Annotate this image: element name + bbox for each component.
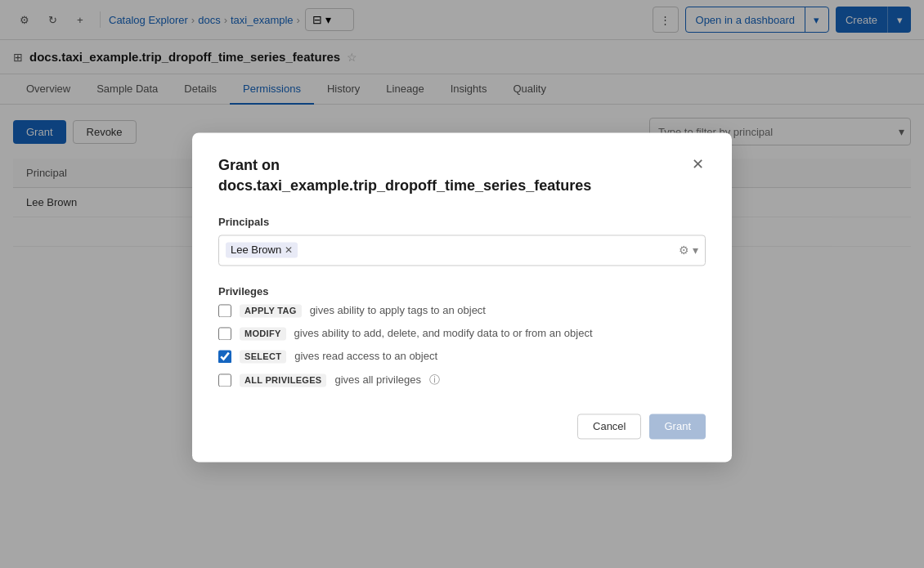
principal-settings-icon[interactable]: ⚙ [679, 244, 689, 257]
modal-close-btn[interactable]: ✕ [690, 155, 706, 173]
modal-footer: Cancel Grant [218, 414, 706, 439]
principal-chevron-icon[interactable]: ▾ [693, 244, 698, 257]
all-privileges-checkbox[interactable] [218, 373, 231, 387]
privileges-section: Privileges APPLY TAG gives ability to ap… [218, 285, 706, 387]
modal-title: Grant on docs.taxi_example.trip_dropoff_… [218, 155, 591, 196]
principal-selector-actions: ⚙ ▾ [679, 244, 698, 257]
select-desc: gives read access to an object [294, 351, 437, 363]
privilege-row-modify: MODIFY gives ability to add, delete, and… [218, 327, 706, 340]
all-privileges-desc: gives all privileges [334, 374, 421, 387]
all-privileges-info-icon[interactable]: ⓘ [429, 373, 440, 387]
apply-tag-desc: gives ability to apply tags to an object [310, 305, 486, 317]
principals-section: Principals Lee Brown ✕ ⚙ ▾ [218, 216, 706, 266]
cancel-btn[interactable]: Cancel [577, 414, 641, 439]
principal-tag-remove-btn[interactable]: ✕ [285, 244, 293, 256]
apply-tag-checkbox[interactable] [218, 304, 231, 317]
privilege-row-all-privileges: ALL PRIVILEGES gives all privileges ⓘ [218, 373, 706, 387]
select-checkbox[interactable] [218, 350, 231, 363]
principal-tag: Lee Brown ✕ [226, 243, 298, 258]
select-badge: SELECT [240, 350, 286, 363]
modal-grant-btn[interactable]: Grant [649, 414, 706, 439]
principal-tag-name: Lee Brown [231, 244, 281, 257]
modify-checkbox[interactable] [218, 327, 231, 340]
modify-desc: gives ability to add, delete, and modify… [294, 328, 593, 340]
privileges-label: Privileges [218, 285, 706, 297]
apply-tag-badge: APPLY TAG [240, 304, 302, 317]
privilege-row-apply-tag: APPLY TAG gives ability to apply tags to… [218, 304, 706, 317]
modal-header: Grant on docs.taxi_example.trip_dropoff_… [218, 155, 706, 196]
all-privileges-badge: ALL PRIVILEGES [240, 373, 326, 387]
principals-label: Principals [218, 216, 706, 228]
modify-badge: MODIFY [240, 327, 286, 340]
privilege-row-select: SELECT gives read access to an object [218, 350, 706, 363]
principal-selector[interactable]: Lee Brown ✕ ⚙ ▾ [218, 235, 706, 266]
grant-modal: Grant on docs.taxi_example.trip_dropoff_… [192, 132, 732, 462]
